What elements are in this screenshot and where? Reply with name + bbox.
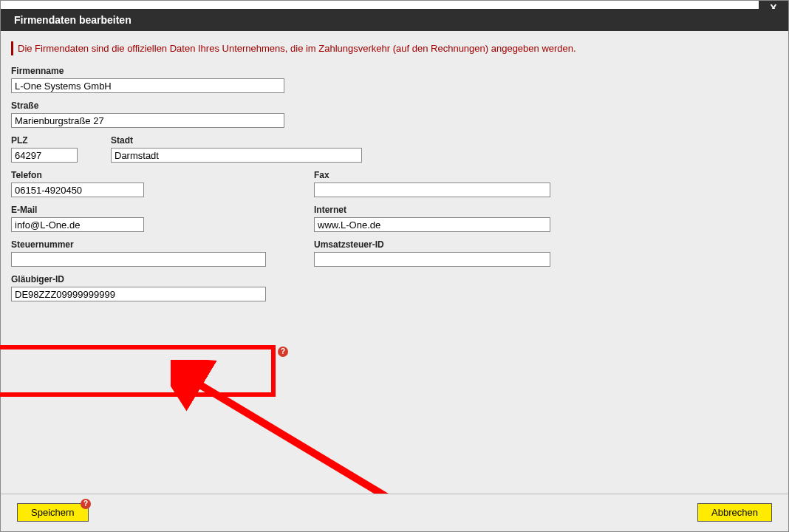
input-stadt[interactable] <box>111 148 362 163</box>
dialog-title: Firmendaten bearbeiten <box>1 9 788 31</box>
label-steuernummer: Steuernummer <box>11 239 314 250</box>
input-steuernummer[interactable] <box>11 252 266 267</box>
dialog-body: Die Firmendaten sind die offiziellen Dat… <box>1 31 788 494</box>
input-plz[interactable] <box>11 148 78 163</box>
label-strasse: Straße <box>11 100 778 111</box>
save-button[interactable]: Speichern <box>17 503 89 522</box>
label-glaeubigerid: Gläubiger-ID <box>11 274 314 284</box>
label-ustid: Umsatzsteuer-ID <box>314 239 550 250</box>
company-form: Firmenname Straße PLZ Stadt Telefon <box>1 66 788 301</box>
input-glaeubigerid[interactable] <box>11 287 266 301</box>
input-internet[interactable] <box>314 217 550 232</box>
dialog-window: X Firmendaten bearbeiten Die Firmendaten… <box>0 0 789 532</box>
label-telefon: Telefon <box>11 170 314 180</box>
label-firmenname: Firmenname <box>11 66 778 76</box>
help-icon[interactable]: ? <box>278 347 288 357</box>
input-fax[interactable] <box>314 183 550 197</box>
input-email[interactable] <box>11 217 144 232</box>
label-internet: Internet <box>314 205 550 215</box>
highlight-glaeubigerid <box>0 345 276 397</box>
cancel-button[interactable]: Abbrechen <box>697 503 772 522</box>
help-icon[interactable]: ? <box>81 499 91 509</box>
input-firmenname[interactable] <box>11 78 284 93</box>
label-fax: Fax <box>314 170 550 180</box>
label-stadt: Stadt <box>111 135 362 146</box>
label-email: E-Mail <box>11 205 314 215</box>
label-plz: PLZ <box>11 135 111 146</box>
input-strasse[interactable] <box>11 113 284 128</box>
input-telefon[interactable] <box>11 183 144 197</box>
input-ustid[interactable] <box>314 252 550 267</box>
info-message: Die Firmendaten sind die offiziellen Dat… <box>11 41 778 55</box>
dialog-footer: Speichern ? Abbrechen <box>1 494 788 531</box>
